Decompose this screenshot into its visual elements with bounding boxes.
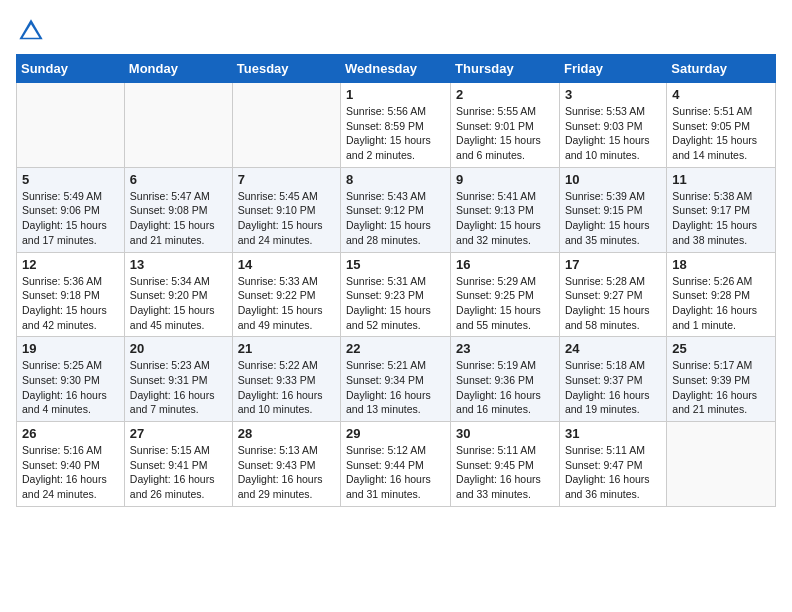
day-info: Sunrise: 5:31 AM Sunset: 9:23 PM Dayligh… — [346, 274, 445, 333]
day-info: Sunrise: 5:56 AM Sunset: 8:59 PM Dayligh… — [346, 104, 445, 163]
day-number: 27 — [130, 426, 227, 441]
day-info: Sunrise: 5:55 AM Sunset: 9:01 PM Dayligh… — [456, 104, 554, 163]
col-header-wednesday: Wednesday — [341, 55, 451, 83]
day-number: 7 — [238, 172, 335, 187]
week-row-2: 5Sunrise: 5:49 AM Sunset: 9:06 PM Daylig… — [17, 167, 776, 252]
day-cell — [667, 422, 776, 507]
day-cell: 28Sunrise: 5:13 AM Sunset: 9:43 PM Dayli… — [232, 422, 340, 507]
day-number: 3 — [565, 87, 661, 102]
day-number: 29 — [346, 426, 445, 441]
day-number: 19 — [22, 341, 119, 356]
day-info: Sunrise: 5:26 AM Sunset: 9:28 PM Dayligh… — [672, 274, 770, 333]
week-row-3: 12Sunrise: 5:36 AM Sunset: 9:18 PM Dayli… — [17, 252, 776, 337]
logo — [16, 16, 50, 46]
day-info: Sunrise: 5:18 AM Sunset: 9:37 PM Dayligh… — [565, 358, 661, 417]
page-header — [16, 16, 776, 46]
day-info: Sunrise: 5:21 AM Sunset: 9:34 PM Dayligh… — [346, 358, 445, 417]
day-cell: 4Sunrise: 5:51 AM Sunset: 9:05 PM Daylig… — [667, 83, 776, 168]
day-info: Sunrise: 5:22 AM Sunset: 9:33 PM Dayligh… — [238, 358, 335, 417]
day-cell: 23Sunrise: 5:19 AM Sunset: 9:36 PM Dayli… — [451, 337, 560, 422]
day-cell — [232, 83, 340, 168]
day-cell: 10Sunrise: 5:39 AM Sunset: 9:15 PM Dayli… — [559, 167, 666, 252]
calendar: SundayMondayTuesdayWednesdayThursdayFrid… — [16, 54, 776, 507]
day-info: Sunrise: 5:15 AM Sunset: 9:41 PM Dayligh… — [130, 443, 227, 502]
day-info: Sunrise: 5:53 AM Sunset: 9:03 PM Dayligh… — [565, 104, 661, 163]
day-number: 10 — [565, 172, 661, 187]
day-cell: 6Sunrise: 5:47 AM Sunset: 9:08 PM Daylig… — [124, 167, 232, 252]
day-info: Sunrise: 5:25 AM Sunset: 9:30 PM Dayligh… — [22, 358, 119, 417]
day-cell: 13Sunrise: 5:34 AM Sunset: 9:20 PM Dayli… — [124, 252, 232, 337]
day-number: 20 — [130, 341, 227, 356]
day-cell: 29Sunrise: 5:12 AM Sunset: 9:44 PM Dayli… — [341, 422, 451, 507]
week-row-1: 1Sunrise: 5:56 AM Sunset: 8:59 PM Daylig… — [17, 83, 776, 168]
day-cell: 31Sunrise: 5:11 AM Sunset: 9:47 PM Dayli… — [559, 422, 666, 507]
day-info: Sunrise: 5:38 AM Sunset: 9:17 PM Dayligh… — [672, 189, 770, 248]
day-number: 15 — [346, 257, 445, 272]
header-row: SundayMondayTuesdayWednesdayThursdayFrid… — [17, 55, 776, 83]
day-info: Sunrise: 5:43 AM Sunset: 9:12 PM Dayligh… — [346, 189, 445, 248]
day-info: Sunrise: 5:49 AM Sunset: 9:06 PM Dayligh… — [22, 189, 119, 248]
day-number: 12 — [22, 257, 119, 272]
day-info: Sunrise: 5:34 AM Sunset: 9:20 PM Dayligh… — [130, 274, 227, 333]
col-header-friday: Friday — [559, 55, 666, 83]
week-row-4: 19Sunrise: 5:25 AM Sunset: 9:30 PM Dayli… — [17, 337, 776, 422]
day-cell: 15Sunrise: 5:31 AM Sunset: 9:23 PM Dayli… — [341, 252, 451, 337]
day-info: Sunrise: 5:29 AM Sunset: 9:25 PM Dayligh… — [456, 274, 554, 333]
day-info: Sunrise: 5:16 AM Sunset: 9:40 PM Dayligh… — [22, 443, 119, 502]
day-cell: 27Sunrise: 5:15 AM Sunset: 9:41 PM Dayli… — [124, 422, 232, 507]
day-info: Sunrise: 5:36 AM Sunset: 9:18 PM Dayligh… — [22, 274, 119, 333]
day-number: 24 — [565, 341, 661, 356]
day-info: Sunrise: 5:23 AM Sunset: 9:31 PM Dayligh… — [130, 358, 227, 417]
day-info: Sunrise: 5:41 AM Sunset: 9:13 PM Dayligh… — [456, 189, 554, 248]
day-cell: 21Sunrise: 5:22 AM Sunset: 9:33 PM Dayli… — [232, 337, 340, 422]
day-info: Sunrise: 5:39 AM Sunset: 9:15 PM Dayligh… — [565, 189, 661, 248]
day-number: 13 — [130, 257, 227, 272]
day-cell — [124, 83, 232, 168]
day-info: Sunrise: 5:45 AM Sunset: 9:10 PM Dayligh… — [238, 189, 335, 248]
col-header-tuesday: Tuesday — [232, 55, 340, 83]
day-info: Sunrise: 5:17 AM Sunset: 9:39 PM Dayligh… — [672, 358, 770, 417]
col-header-saturday: Saturday — [667, 55, 776, 83]
day-cell: 12Sunrise: 5:36 AM Sunset: 9:18 PM Dayli… — [17, 252, 125, 337]
day-number: 11 — [672, 172, 770, 187]
day-number: 16 — [456, 257, 554, 272]
day-cell: 18Sunrise: 5:26 AM Sunset: 9:28 PM Dayli… — [667, 252, 776, 337]
day-info: Sunrise: 5:13 AM Sunset: 9:43 PM Dayligh… — [238, 443, 335, 502]
day-number: 18 — [672, 257, 770, 272]
day-info: Sunrise: 5:33 AM Sunset: 9:22 PM Dayligh… — [238, 274, 335, 333]
day-info: Sunrise: 5:19 AM Sunset: 9:36 PM Dayligh… — [456, 358, 554, 417]
day-number: 6 — [130, 172, 227, 187]
day-number: 5 — [22, 172, 119, 187]
day-info: Sunrise: 5:11 AM Sunset: 9:45 PM Dayligh… — [456, 443, 554, 502]
day-cell: 7Sunrise: 5:45 AM Sunset: 9:10 PM Daylig… — [232, 167, 340, 252]
day-cell: 9Sunrise: 5:41 AM Sunset: 9:13 PM Daylig… — [451, 167, 560, 252]
day-cell: 24Sunrise: 5:18 AM Sunset: 9:37 PM Dayli… — [559, 337, 666, 422]
day-number: 4 — [672, 87, 770, 102]
day-number: 22 — [346, 341, 445, 356]
col-header-monday: Monday — [124, 55, 232, 83]
day-cell: 11Sunrise: 5:38 AM Sunset: 9:17 PM Dayli… — [667, 167, 776, 252]
day-cell: 25Sunrise: 5:17 AM Sunset: 9:39 PM Dayli… — [667, 337, 776, 422]
day-cell: 26Sunrise: 5:16 AM Sunset: 9:40 PM Dayli… — [17, 422, 125, 507]
day-number: 1 — [346, 87, 445, 102]
day-info: Sunrise: 5:11 AM Sunset: 9:47 PM Dayligh… — [565, 443, 661, 502]
day-cell: 17Sunrise: 5:28 AM Sunset: 9:27 PM Dayli… — [559, 252, 666, 337]
day-number: 17 — [565, 257, 661, 272]
day-cell: 16Sunrise: 5:29 AM Sunset: 9:25 PM Dayli… — [451, 252, 560, 337]
day-number: 2 — [456, 87, 554, 102]
day-info: Sunrise: 5:51 AM Sunset: 9:05 PM Dayligh… — [672, 104, 770, 163]
day-number: 9 — [456, 172, 554, 187]
day-info: Sunrise: 5:28 AM Sunset: 9:27 PM Dayligh… — [565, 274, 661, 333]
day-number: 28 — [238, 426, 335, 441]
col-header-sunday: Sunday — [17, 55, 125, 83]
day-info: Sunrise: 5:12 AM Sunset: 9:44 PM Dayligh… — [346, 443, 445, 502]
logo-icon — [16, 16, 46, 46]
day-cell — [17, 83, 125, 168]
day-cell: 2Sunrise: 5:55 AM Sunset: 9:01 PM Daylig… — [451, 83, 560, 168]
day-number: 25 — [672, 341, 770, 356]
day-number: 30 — [456, 426, 554, 441]
day-cell: 20Sunrise: 5:23 AM Sunset: 9:31 PM Dayli… — [124, 337, 232, 422]
day-number: 21 — [238, 341, 335, 356]
day-number: 23 — [456, 341, 554, 356]
day-number: 8 — [346, 172, 445, 187]
